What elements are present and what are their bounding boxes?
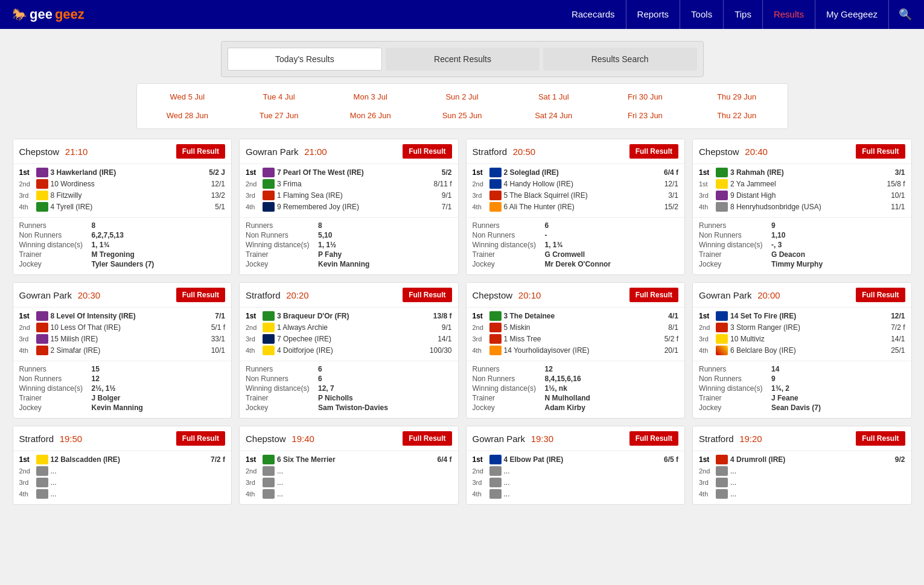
runner-name: 1 Miss Tree bbox=[504, 335, 649, 343]
stat-jockey: Jockey Sam Twiston-Davies bbox=[246, 403, 452, 412]
silk-icon bbox=[263, 179, 275, 189]
full-result-button[interactable]: Full Result bbox=[176, 288, 225, 302]
position-label: 4th bbox=[19, 347, 36, 354]
nav-tools[interactable]: Tools bbox=[680, 0, 724, 29]
full-result-button[interactable]: Full Result bbox=[629, 144, 678, 159]
runner-odds: 15/8 f bbox=[875, 180, 905, 188]
full-result-button[interactable]: Full Result bbox=[856, 288, 905, 302]
silk-icon bbox=[36, 334, 48, 344]
race-card: Gowran Park 19:30 Full Result 1st 4 Elbo… bbox=[466, 426, 686, 505]
position-label: 1st bbox=[19, 168, 36, 177]
card-stats: Runners 6 Non Runners - Winning distance… bbox=[467, 217, 685, 274]
tab-todays-results[interactable]: Today's Results bbox=[228, 48, 383, 71]
date-link[interactable]: Fri 23 Jun bbox=[601, 107, 690, 124]
silk-icon bbox=[36, 311, 48, 321]
venue-name: Stratford bbox=[699, 434, 734, 444]
race-time: 20:00 bbox=[757, 290, 780, 300]
card-venue-time: Gowran Park 21:00 bbox=[246, 147, 327, 157]
card-venue-time: Chepstow 20:10 bbox=[473, 290, 541, 300]
card-runners: 1st 14 Set To Fire (IRE) 12/1 2nd 3 Stor… bbox=[693, 307, 911, 361]
tab-results-search[interactable]: Results Search bbox=[543, 48, 697, 71]
site-logo[interactable]: 🐎 geegeez bbox=[12, 7, 84, 22]
silk-icon bbox=[489, 179, 502, 189]
card-venue-time: Gowran Park 20:30 bbox=[19, 290, 101, 300]
date-link[interactable]: Wed 5 Jul bbox=[143, 89, 232, 105]
stat-trainer: Trainer J Bolger bbox=[19, 394, 226, 402]
nav-tips[interactable]: Tips bbox=[724, 0, 763, 29]
stat-value: G Deacon bbox=[771, 250, 905, 259]
date-link[interactable]: Sat 1 Jul bbox=[509, 89, 598, 105]
date-link[interactable]: Mon 26 Jun bbox=[326, 107, 415, 124]
full-result-button[interactable]: Full Result bbox=[403, 431, 451, 446]
race-time: 19:50 bbox=[60, 434, 83, 444]
runner-odds: 13/2 bbox=[195, 191, 225, 200]
date-link[interactable]: Tue 4 Jul bbox=[234, 89, 323, 105]
date-link[interactable]: Thu 29 Jun bbox=[692, 89, 782, 105]
position-label: 2nd bbox=[246, 180, 263, 188]
position-label: 4th bbox=[473, 490, 489, 498]
date-link[interactable]: Thu 22 Jun bbox=[692, 107, 782, 124]
runner-odds: 10/1 bbox=[875, 191, 905, 200]
full-result-button[interactable]: Full Result bbox=[176, 144, 225, 159]
stat-value: - bbox=[545, 231, 679, 239]
position-label: 2nd bbox=[473, 324, 489, 331]
venue-name: Gowran Park bbox=[473, 434, 526, 444]
tab-recent-results[interactable]: Recent Results bbox=[386, 48, 540, 71]
stat-runners: Runners 8 bbox=[246, 221, 452, 230]
card-runners: 1st 6 Six The Merrier 6/4 f 2nd ... 3rd … bbox=[240, 451, 458, 504]
runner-row: 1st 12 Balscadden (IRE) 7/2 f bbox=[19, 455, 226, 464]
full-result-button[interactable]: Full Result bbox=[403, 288, 451, 302]
full-result-button[interactable]: Full Result bbox=[856, 144, 905, 159]
nav-racecards[interactable]: Racecards bbox=[561, 0, 626, 29]
stat-value: 9 bbox=[771, 221, 905, 230]
date-link[interactable]: Tue 27 Jun bbox=[234, 107, 323, 124]
date-link[interactable]: Sun 25 Jun bbox=[418, 107, 507, 124]
silk-icon bbox=[36, 466, 48, 476]
date-link[interactable]: Sun 2 Jul bbox=[418, 89, 507, 105]
runner-name: 4 Doitforjoe (IRE) bbox=[277, 346, 422, 355]
runner-name: 4 Handy Hollow (IRE) bbox=[504, 180, 649, 188]
runner-row: 2nd 3 Frima 8/11 f bbox=[246, 179, 452, 189]
runner-name: 2 Ya Jammeel bbox=[730, 180, 875, 188]
date-link[interactable]: Sat 24 Jun bbox=[509, 107, 598, 124]
race-time: 19:40 bbox=[292, 434, 314, 444]
search-icon[interactable]: 🔍 bbox=[899, 8, 912, 21]
stat-non-runners: Non Runners 8,4,15,6,16 bbox=[473, 375, 679, 383]
full-result-button[interactable]: Full Result bbox=[629, 288, 678, 302]
runner-name: ... bbox=[277, 467, 422, 475]
position-label: 2nd bbox=[473, 467, 489, 475]
nav-results[interactable]: Results bbox=[763, 0, 815, 29]
date-row-1: Wed 5 JulTue 4 JulMon 3 JulSun 2 JulSat … bbox=[143, 89, 782, 105]
runner-name: 15 Milish (IRE) bbox=[51, 335, 196, 343]
stat-value: 6 bbox=[545, 221, 679, 230]
stat-runners: Runners 6 bbox=[246, 365, 452, 373]
stat-value: 1, 1½ bbox=[318, 241, 452, 249]
full-result-button[interactable]: Full Result bbox=[856, 431, 905, 446]
card-stats: Runners 14 Non Runners 9 Winning distanc… bbox=[693, 361, 911, 418]
date-link[interactable]: Wed 28 Jun bbox=[143, 107, 232, 124]
stat-trainer: Trainer N Mulholland bbox=[473, 394, 679, 402]
full-result-button[interactable]: Full Result bbox=[176, 431, 225, 446]
full-result-button[interactable]: Full Result bbox=[403, 144, 451, 159]
nav-my-geegeez[interactable]: My Geegeez bbox=[815, 0, 889, 29]
runner-row: 2nd ... bbox=[246, 466, 452, 476]
runner-row: 3rd 1 Miss Tree 5/2 f bbox=[473, 334, 679, 344]
venue-name: Chepstow bbox=[699, 147, 739, 157]
card-header: Chepstow 20:10 Full Result bbox=[467, 283, 685, 307]
date-link[interactable]: Mon 3 Jul bbox=[326, 89, 415, 105]
stat-label: Non Runners bbox=[473, 375, 545, 383]
stat-runners: Runners 9 bbox=[699, 221, 905, 230]
date-link[interactable]: Fri 30 Jun bbox=[601, 89, 690, 105]
silk-icon bbox=[263, 489, 275, 499]
runner-row: 2nd 5 Miskin 8/1 bbox=[473, 323, 679, 332]
race-time: 19:20 bbox=[739, 434, 762, 444]
silk-icon bbox=[36, 489, 48, 499]
runner-row: 2nd ... bbox=[473, 466, 679, 476]
runner-row: 1st 7 Pearl Of The West (IRE) 5/2 bbox=[246, 168, 452, 177]
card-header: Stratford 19:20 Full Result bbox=[693, 426, 911, 451]
runner-odds: 14/1 bbox=[422, 335, 452, 343]
position-label: 4th bbox=[19, 203, 36, 210]
full-result-button[interactable]: Full Result bbox=[629, 431, 678, 446]
nav-reports[interactable]: Reports bbox=[626, 0, 681, 29]
stat-label: Jockey bbox=[19, 260, 92, 268]
